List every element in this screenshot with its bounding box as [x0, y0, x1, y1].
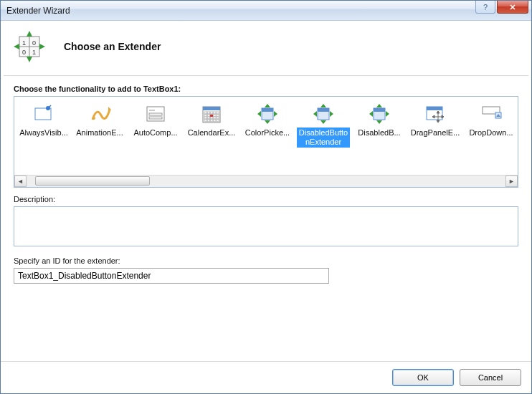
help-button[interactable]: ? [475, 1, 495, 14]
cal-icon [200, 102, 223, 125]
wizard-header: 1 0 0 1 Choose an Extender [1, 21, 531, 75]
extender-item[interactable]: CalendarEx... [184, 100, 239, 150]
svg-text:0: 0 [22, 49, 26, 56]
dialog-footer: OK Cancel [1, 361, 531, 393]
svg-marker-56 [313, 111, 317, 117]
svg-rect-44 [217, 120, 219, 122]
svg-rect-24 [203, 107, 220, 110]
drop-icon [480, 102, 503, 125]
svg-marker-48 [265, 104, 270, 107]
svg-rect-38 [214, 117, 217, 119]
arrows-icon [368, 102, 391, 125]
svg-rect-41 [207, 120, 210, 122]
wizard-logo-icon: 1 0 0 1 [12, 29, 47, 64]
description-box [14, 206, 518, 246]
scroll-thumb[interactable] [35, 176, 150, 186]
form-icon [144, 102, 167, 125]
drag-icon [424, 102, 447, 125]
titlebar: Extender Wizard ? [1, 1, 531, 21]
cancel-button[interactable]: Cancel [460, 369, 521, 386]
svg-marker-49 [265, 120, 270, 124]
svg-marker-10 [27, 31, 32, 37]
extender-item[interactable]: DropDown... [463, 100, 518, 150]
svg-marker-11 [27, 57, 32, 62]
extender-id-input[interactable] [14, 268, 329, 284]
svg-rect-42 [210, 120, 213, 122]
extender-list[interactable]: AlwaysVisib...AnimationE...AutoComp...Ca… [14, 96, 518, 188]
svg-marker-54 [320, 104, 326, 107]
svg-text:1: 1 [22, 39, 26, 47]
svg-rect-53 [318, 108, 329, 112]
extender-item[interactable]: DragPanelE... [407, 100, 463, 150]
functionality-label: Choose the functionality to add to TextB… [14, 85, 518, 93]
ok-button[interactable]: OK [392, 369, 454, 386]
extender-item-label: AlwaysVisib... [17, 128, 70, 138]
description-label: Description: [14, 195, 518, 203]
svg-marker-62 [369, 111, 373, 117]
svg-text:1: 1 [32, 49, 36, 56]
extender-item-label: ColorPicke... [241, 128, 294, 138]
svg-rect-33 [214, 115, 217, 117]
extender-item-label: CalendarEx... [185, 128, 238, 138]
scroll-right-arrow-icon[interactable]: ► [505, 176, 518, 187]
extender-item-label: DragPanelE... [409, 128, 462, 138]
close-button[interactable] [497, 1, 528, 14]
svg-rect-47 [262, 108, 273, 112]
svg-rect-45 [210, 115, 213, 117]
anim-icon [88, 102, 111, 125]
scroll-track[interactable] [27, 176, 505, 187]
svg-rect-65 [427, 107, 442, 110]
extender-item[interactable]: AutoComp... [128, 100, 184, 150]
horizontal-scrollbar[interactable]: ◄ ► [14, 175, 518, 187]
wizard-content: Choose the functionality to add to TextB… [4, 75, 528, 361]
wizard-heading: Choose an Extender [64, 41, 161, 52]
svg-text:0: 0 [32, 39, 36, 47]
extender-wizard-window: Extender Wizard ? 1 0 0 1 [0, 0, 532, 394]
pin-icon [32, 102, 55, 125]
extender-item-label: AutoComp... [129, 128, 182, 138]
svg-marker-61 [376, 120, 382, 124]
svg-rect-59 [374, 108, 385, 112]
extender-item-label: DisabledB... [353, 128, 406, 138]
svg-point-18 [92, 117, 95, 120]
svg-rect-31 [207, 115, 210, 117]
svg-marker-12 [14, 44, 19, 49]
svg-marker-71 [442, 115, 444, 118]
svg-rect-27 [210, 112, 213, 114]
extender-item-label: DisabledButtonExtender [297, 128, 350, 148]
svg-rect-40 [204, 120, 207, 122]
extender-item-label: DropDown... [465, 128, 518, 138]
svg-rect-29 [217, 112, 219, 114]
svg-marker-60 [376, 104, 382, 107]
svg-rect-34 [217, 115, 219, 117]
arrows-icon [256, 102, 279, 125]
extender-item[interactable]: DisabledB... [351, 100, 407, 150]
svg-rect-43 [214, 120, 217, 122]
svg-marker-55 [320, 120, 326, 124]
svg-rect-35 [204, 117, 207, 119]
svg-rect-25 [204, 112, 207, 114]
svg-marker-57 [330, 111, 333, 117]
svg-marker-51 [274, 111, 277, 117]
svg-marker-69 [437, 120, 440, 122]
extender-item[interactable]: ColorPicke... [239, 100, 295, 150]
scroll-left-arrow-icon[interactable]: ◄ [14, 176, 27, 187]
svg-rect-37 [210, 117, 213, 119]
svg-text:?: ? [483, 3, 488, 11]
svg-rect-39 [217, 117, 219, 119]
svg-marker-50 [257, 111, 261, 117]
svg-rect-28 [214, 112, 217, 114]
titlebar-buttons: ? [475, 1, 531, 20]
extender-item-label: AnimationE... [73, 128, 126, 138]
arrows-icon [312, 102, 335, 125]
extender-item[interactable]: AnimationE... [72, 100, 128, 150]
id-label: Specify an ID for the extender: [14, 256, 518, 265]
extender-item[interactable]: AlwaysVisib... [16, 100, 72, 150]
svg-rect-30 [204, 115, 207, 117]
extender-item[interactable]: DisabledButtonExtender [295, 100, 351, 150]
window-title: Extender Wizard [6, 6, 475, 16]
svg-marker-63 [386, 111, 389, 117]
svg-rect-26 [207, 112, 210, 114]
svg-marker-13 [39, 44, 45, 49]
svg-rect-36 [207, 117, 210, 119]
